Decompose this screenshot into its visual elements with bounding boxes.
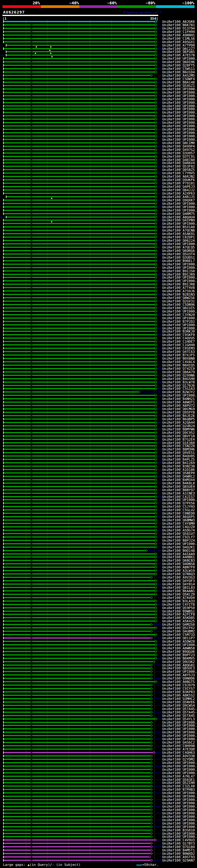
alignment-bar — [4, 311, 156, 312]
subject-gap-break — [31, 341, 32, 342]
alignment-bar — [4, 566, 156, 568]
alignview-output: 20% ~40% ~60% ~80% ~100% AV626297 AlignV… — [0, 0, 197, 868]
arrow-inner — [156, 553, 157, 555]
alignment-bar — [4, 152, 156, 154]
subject-gap-break — [31, 199, 32, 201]
label-leader-line — [158, 395, 162, 396]
alignment-bar — [4, 277, 156, 278]
alignment-bar — [4, 735, 151, 736]
arrow-inner — [156, 280, 157, 282]
alignment-bar — [4, 321, 156, 322]
arrow-inner — [156, 432, 157, 434]
subject-gap-break — [31, 287, 32, 288]
alignment-bar — [4, 354, 156, 355]
subject-gap-break — [31, 644, 32, 645]
alignment-bar — [4, 425, 156, 427]
arrow-inner — [156, 398, 157, 400]
subject-gap-break — [31, 412, 32, 413]
subject-gap-break — [31, 573, 32, 575]
label-leader-line — [158, 166, 162, 166]
label-leader-line — [158, 48, 162, 49]
alignment-bar — [4, 722, 151, 723]
arrow-inner — [156, 219, 157, 221]
subject-gap-break — [31, 142, 32, 144]
arrow-inner — [151, 785, 152, 787]
query-ruler — [2, 15, 158, 16]
subject-gap-break — [31, 169, 32, 170]
leading-gap-segment — [1, 55, 5, 56]
label-leader-line — [153, 846, 162, 847]
subject-gap-break — [31, 830, 32, 831]
alignment-bar — [4, 24, 156, 26]
subject-gap-break — [31, 745, 32, 746]
alignment-bar — [4, 587, 156, 588]
subject-gap-break — [31, 28, 32, 29]
alignment-bar — [4, 388, 156, 389]
arrow-inner — [151, 772, 152, 774]
arrow-inner — [156, 502, 157, 504]
arrow-inner — [156, 304, 157, 305]
alignment-bar — [4, 159, 156, 160]
subject-gap-break — [31, 570, 32, 571]
scalebar-icon — [136, 865, 142, 866]
arrow-inner — [153, 661, 155, 662]
alignment-bar — [4, 304, 156, 305]
label-leader-line — [153, 799, 162, 800]
alignment-bar — [4, 243, 156, 245]
alignment-bar — [4, 644, 156, 645]
alignment-bar — [4, 466, 156, 467]
arrow-inner — [156, 203, 157, 205]
alignment-bar — [4, 819, 151, 820]
label-leader-line — [157, 840, 162, 840]
subject-gap-break — [31, 597, 32, 598]
arrow-inner — [156, 526, 157, 528]
alignment-bar — [4, 233, 156, 234]
alignment-bar — [4, 506, 156, 507]
subject-gap-break — [31, 849, 32, 851]
label-leader-line — [156, 752, 162, 753]
subject-gap-break — [31, 418, 32, 420]
label-leader-line — [153, 691, 162, 692]
alignment-bar — [4, 742, 151, 743]
subject-gap-break — [31, 395, 32, 396]
subject-gap-break — [31, 193, 32, 194]
arrow-inner — [151, 819, 152, 821]
alignment-bar — [4, 290, 156, 291]
subject-gap-break — [31, 620, 32, 622]
arrow-inner — [156, 442, 157, 444]
alignment-bar — [4, 422, 156, 423]
alignment-bar — [4, 48, 156, 49]
subject-gap-break — [31, 41, 32, 42]
arrow-inner — [156, 176, 157, 177]
alignment-bar — [4, 375, 156, 376]
subject-gap-break — [31, 823, 32, 824]
subject-gap-break — [31, 311, 32, 312]
alignment-bar — [4, 573, 156, 575]
arrow-inner — [156, 287, 157, 288]
subject-gap-break — [31, 688, 32, 689]
subject-gap-break — [31, 566, 32, 568]
alignment-bar — [4, 607, 156, 609]
subject-gap-break — [31, 108, 32, 110]
subject-gap-break — [31, 429, 32, 430]
subject-gap-break — [31, 459, 32, 460]
label-leader-line — [158, 409, 162, 409]
alignment-bar — [4, 112, 156, 113]
label-leader-line — [153, 712, 162, 713]
arrow-inner — [151, 705, 152, 706]
arrow-inner — [156, 246, 157, 248]
alignment-bar — [4, 179, 156, 180]
label-leader-line — [158, 193, 162, 194]
subject-gap-break — [31, 146, 32, 147]
subject-gap-break — [31, 462, 32, 463]
subject-gap-break — [31, 779, 32, 780]
alignment-bar — [4, 499, 156, 500]
arrow-inner — [156, 78, 157, 80]
alignment-bar — [6, 51, 156, 52]
arrow-inner — [156, 236, 157, 238]
arrow-inner — [151, 735, 152, 737]
subject-gap-break — [31, 166, 32, 167]
arrow-inner — [156, 250, 157, 252]
arrow-inner — [151, 816, 152, 817]
arrow-inner — [156, 27, 157, 29]
